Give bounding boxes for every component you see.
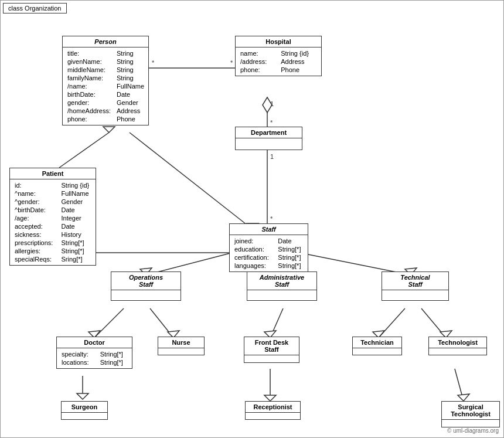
svg-line-27 — [270, 308, 283, 338]
attr-row: phone:Phone — [66, 115, 145, 123]
staff-class: Staff joined:Date education:String[*] ce… — [229, 223, 308, 272]
surgeon-header: Surgeon — [62, 402, 107, 413]
department-class: Department — [235, 127, 302, 150]
person-header: Person — [63, 36, 148, 47]
attr-row: ^name:FullName — [13, 189, 92, 198]
svg-text:*: * — [230, 59, 233, 66]
attr-row: /homeAddress:Address — [66, 107, 145, 115]
front-desk-staff-header: Front DeskStaff — [244, 337, 299, 355]
receptionist-header: Receptionist — [246, 402, 300, 413]
uml-diagram: class Organization * * 1 * 1 * * * — [0, 0, 504, 438]
technical-staff-header: TechnicalStaff — [382, 272, 448, 290]
attr-row: gender:Gender — [66, 99, 145, 107]
attr-row: certification:String[*] — [233, 253, 304, 262]
doctor-body: specialty:String[*] locations:String[*] — [57, 348, 132, 368]
svg-line-31 — [421, 308, 446, 338]
attr-row: allergies:String[*] — [13, 247, 92, 255]
svg-marker-36 — [264, 395, 276, 401]
attr-row: locations:String[*] — [60, 358, 128, 366]
front-desk-staff-class: Front DeskStaff — [244, 337, 299, 363]
attr-row: familyName:String — [66, 74, 145, 82]
administrative-staff-class: AdministrativeStaff — [247, 271, 317, 301]
hospital-class: Hospital name:String {id} /address:Addre… — [235, 36, 322, 76]
person-class: Person title:String givenName:String mid… — [62, 36, 149, 125]
receptionist-class: Receptionist — [245, 401, 301, 420]
attr-row: ^gender:Gender — [13, 198, 92, 206]
svg-marker-8 — [263, 97, 272, 113]
patient-class: Patient id:String {id} ^name:FullName ^g… — [9, 168, 96, 266]
surgical-technologist-header: SurgicalTechnologist — [442, 402, 499, 420]
attr-row: phone:Phone — [239, 66, 318, 74]
attr-row: prescriptions:String[*] — [13, 239, 92, 247]
attr-row: /address:Address — [239, 57, 318, 66]
attr-row: name:String {id} — [239, 49, 318, 57]
patient-body: id:String {id} ^name:FullName ^gender:Ge… — [10, 179, 96, 265]
patient-header: Patient — [10, 168, 96, 179]
svg-line-23 — [94, 308, 124, 338]
svg-text:*: * — [152, 59, 155, 66]
svg-line-3 — [59, 133, 109, 168]
doctor-header: Doctor — [57, 337, 132, 348]
attr-row: education:String[*] — [233, 245, 304, 253]
svg-text:*: * — [270, 215, 273, 222]
surgical-technologist-class: SurgicalTechnologist — [441, 401, 500, 427]
doctor-class: Doctor specialty:String[*] locations:Str… — [56, 337, 132, 369]
svg-text:*: * — [270, 119, 273, 126]
operations-staff-class: OperationsStaff — [111, 271, 181, 301]
department-header: Department — [236, 127, 302, 138]
attr-row: accepted:Date — [13, 222, 92, 230]
surgeon-class: Surgeon — [61, 401, 108, 420]
attr-row: title:String — [66, 49, 145, 57]
hospital-header: Hospital — [236, 36, 321, 47]
diagram-title: class Organization — [3, 3, 67, 13]
svg-line-29 — [379, 308, 405, 338]
attr-row: givenName:String — [66, 57, 145, 66]
attr-row: middleName:String — [66, 66, 145, 74]
attr-row: /name:FullName — [66, 82, 145, 90]
nurse-class: Nurse — [158, 337, 205, 355]
attr-row: sickness:History — [13, 230, 92, 239]
svg-text:1: 1 — [270, 153, 274, 160]
attr-row: id:String {id} — [13, 181, 92, 189]
nurse-header: Nurse — [158, 337, 204, 348]
svg-line-25 — [150, 308, 173, 338]
technician-header: Technician — [353, 337, 401, 348]
operations-staff-header: OperationsStaff — [111, 272, 181, 290]
administrative-staff-header: AdministrativeStaff — [247, 272, 316, 290]
attr-row: specialty:String[*] — [60, 350, 128, 358]
staff-header: Staff — [230, 224, 308, 235]
person-body: title:String givenName:String middleName… — [63, 47, 148, 125]
technician-class: Technician — [352, 337, 402, 355]
svg-marker-4 — [103, 127, 115, 133]
attr-row: languages:String[*] — [233, 262, 304, 270]
copyright: © uml-diagrams.org — [447, 427, 499, 434]
svg-line-5 — [130, 133, 253, 229]
technologist-header: Technologist — [429, 337, 486, 348]
attr-row: ^birthDate:Date — [13, 206, 92, 214]
staff-body: joined:Date education:String[*] certific… — [230, 235, 308, 271]
attr-row: birthDate:Date — [66, 90, 145, 99]
svg-marker-38 — [458, 394, 469, 401]
hospital-body: name:String {id} /address:Address phone:… — [236, 47, 321, 76]
attr-row: /age:Integer — [13, 214, 92, 222]
attr-row: specialReqs:Sring[*] — [13, 255, 92, 263]
svg-text:1: 1 — [270, 100, 274, 107]
svg-marker-34 — [77, 393, 88, 399]
svg-line-37 — [455, 369, 464, 401]
technologist-class: Technologist — [428, 337, 487, 355]
attr-row: joined:Date — [233, 237, 304, 245]
technical-staff-class: TechnicalStaff — [382, 271, 449, 301]
